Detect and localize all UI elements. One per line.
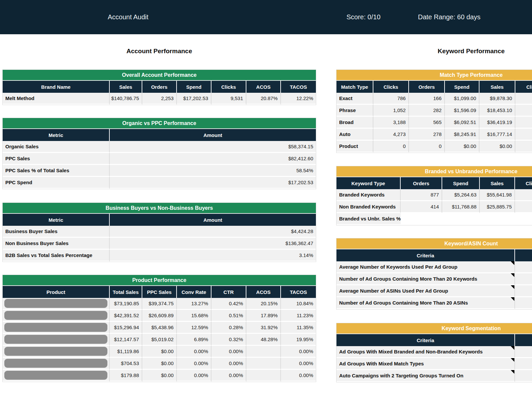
row-label-cell[interactable]: Ad Groups With Mixed Match Types bbox=[336, 358, 515, 370]
column-header: Criteria bbox=[336, 249, 515, 261]
score-label: Score: 0/10 bbox=[346, 0, 380, 34]
value-cell: 3.14% bbox=[110, 250, 316, 262]
value-cell: 414 bbox=[401, 201, 442, 213]
table-row: $1,119.86$0.000.00%0.00%0.00% bbox=[3, 346, 316, 358]
value-cell: 20.87% bbox=[246, 93, 281, 105]
redacted-product-bar bbox=[4, 335, 107, 344]
product-performance-table: Product PerformanceProductTotal SalesPPC… bbox=[3, 275, 316, 382]
row-label-cell: Business Buyer Sales bbox=[3, 226, 110, 238]
value-cell: $15,296.94 bbox=[110, 322, 142, 334]
value-cell: 12.59% bbox=[177, 322, 211, 334]
table-row: Exact786166$1,099.00$9,878.30 bbox=[336, 93, 532, 105]
row-label-cell: Broad bbox=[336, 117, 373, 129]
value-cell: 786 bbox=[373, 93, 409, 105]
row-label-cell[interactable]: Number of Ad Groups Containing More Than… bbox=[336, 273, 515, 285]
value-cell: 0.51% bbox=[211, 310, 246, 322]
value-cell: 0.00% bbox=[211, 346, 246, 358]
value-cell: 0.00% bbox=[281, 346, 316, 358]
value-cell: 0.32% bbox=[211, 334, 246, 346]
value-cell bbox=[515, 105, 532, 117]
value-cell: 11.23% bbox=[281, 310, 316, 322]
table-row: Business Buyer Sales$4,424.28 bbox=[3, 226, 316, 238]
table-row: PPC Sales % of Total Sales58.54% bbox=[3, 165, 316, 177]
row-label-cell: PPC Sales bbox=[3, 153, 110, 165]
row-label-cell[interactable]: Ad Groups With Mixed Branded and Non-Bra… bbox=[336, 346, 515, 358]
column-header: Spend bbox=[442, 177, 480, 189]
branded-vs-unbranded-table: Branded vs Unbranded PerformanceKeyword … bbox=[336, 166, 532, 225]
value-cell: 0.00% bbox=[281, 358, 316, 370]
column-header: Spend bbox=[445, 81, 479, 93]
column-header: Orders bbox=[409, 81, 445, 93]
value-cell: $136,362.47 bbox=[110, 238, 316, 250]
table-title: Keyword Segmentation bbox=[336, 323, 532, 334]
value-cell: 877 bbox=[401, 189, 442, 201]
value-cell: $16,777.14 bbox=[479, 129, 515, 141]
value-cell: $704.53 bbox=[110, 358, 142, 370]
value-cell bbox=[246, 358, 281, 370]
value-cell: 0.00% bbox=[177, 346, 211, 358]
product-cell bbox=[3, 310, 110, 322]
table-row: Broad3,188565$6,092.51$36,419.19 bbox=[336, 117, 532, 129]
row-label-cell[interactable]: Average Number of ASINs Used Per Ad Grou… bbox=[336, 285, 515, 297]
column-header: ACOS bbox=[246, 81, 281, 93]
value-cell bbox=[515, 273, 532, 285]
row-label-cell: Non Business Buyer Sales bbox=[3, 238, 110, 250]
note-marker-icon bbox=[511, 358, 514, 362]
row-label-cell: Melt Method bbox=[3, 93, 110, 105]
value-cell: $5,264.63 bbox=[442, 189, 480, 201]
column-header: Metric bbox=[3, 214, 110, 226]
table-title: Match Type Performance bbox=[336, 70, 532, 81]
value-cell: $0.00 bbox=[479, 141, 515, 153]
table-row: Branded Keywords877$5,264.63$55,641.98 bbox=[336, 189, 532, 201]
value-cell: $17,202.53 bbox=[110, 177, 316, 189]
column-header: Clicks bbox=[373, 81, 409, 93]
value-cell: $8,245.91 bbox=[445, 129, 479, 141]
redacted-product-bar bbox=[4, 359, 107, 368]
column-header: Keyword Type bbox=[336, 177, 401, 189]
column-header bbox=[515, 334, 532, 346]
column-header: Sales bbox=[110, 81, 142, 93]
table-row: Auto Campaigns with 2 Targeting Groups T… bbox=[336, 370, 532, 382]
table-row: Ad Groups With Mixed Branded and Non-Bra… bbox=[336, 346, 532, 358]
value-cell bbox=[246, 346, 281, 358]
overall-account-performance-table: Overall Account PerformanceBrand NameSal… bbox=[3, 70, 316, 105]
row-label-cell[interactable]: Auto Campaigns with 2 Targeting Groups T… bbox=[336, 370, 515, 382]
value-cell: $82,412.60 bbox=[110, 153, 316, 165]
value-cell: $0.00 bbox=[142, 346, 177, 358]
row-label-cell: Branded Keywords bbox=[336, 189, 401, 201]
table-row: Number of Ad Groups Containing More Than… bbox=[336, 297, 532, 309]
product-cell bbox=[3, 298, 110, 310]
page: Account Audit Score: 0/10 Date Range: 60… bbox=[0, 0, 532, 399]
row-label-cell[interactable]: Average Number of Keywords Used Per Ad G… bbox=[336, 261, 515, 273]
value-cell: $179.88 bbox=[110, 370, 142, 382]
row-label-cell[interactable]: Number of Ad Groups Containing More Than… bbox=[336, 297, 515, 309]
value-cell: 17.89% bbox=[246, 310, 281, 322]
value-cell: 565 bbox=[409, 117, 445, 129]
note-marker-icon bbox=[511, 261, 514, 265]
note-marker-icon bbox=[511, 370, 514, 374]
value-cell: 0.00% bbox=[177, 358, 211, 370]
header-row: Match TypeClicksOrdersSpendSalesClicks bbox=[336, 81, 532, 93]
value-cell: $4,424.28 bbox=[110, 226, 316, 238]
header-row: ProductTotal SalesPPC SalesConv RateCTRA… bbox=[3, 286, 316, 298]
value-cell: 15.68% bbox=[177, 310, 211, 322]
value-cell: 0.42% bbox=[211, 298, 246, 310]
column-header: Amount bbox=[110, 129, 316, 141]
header-row: Criteria bbox=[336, 249, 532, 261]
note-marker-icon bbox=[511, 273, 514, 277]
table-row: Auto4,273278$8,245.91$16,777.14 bbox=[336, 129, 532, 141]
row-label-cell: Organic Sales bbox=[3, 141, 110, 153]
column-header: Orders bbox=[401, 177, 442, 189]
value-cell bbox=[515, 189, 532, 201]
value-cell: 0.00% bbox=[211, 358, 246, 370]
table-title: Branded vs Unbranded Performance bbox=[336, 166, 532, 177]
row-label-cell: Branded vs Unbr. Sales % bbox=[336, 213, 401, 225]
column-header: Clicks bbox=[515, 177, 532, 189]
table-row: Non Branded Keywords414$11,768.88$25,885… bbox=[336, 201, 532, 213]
column-header: Product bbox=[3, 286, 110, 298]
value-cell bbox=[515, 93, 532, 105]
product-cell bbox=[3, 358, 110, 370]
value-cell: 2,253 bbox=[142, 93, 177, 105]
column-header: Clicks bbox=[211, 81, 246, 93]
value-cell: 0.00% bbox=[211, 370, 246, 382]
